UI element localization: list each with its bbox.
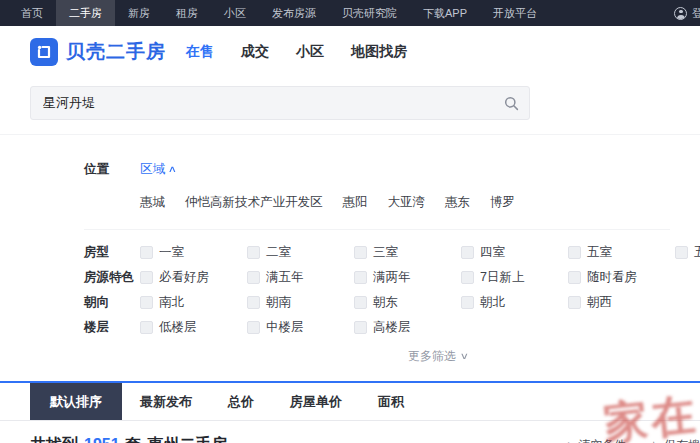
option-label: 二室 xyxy=(266,244,291,261)
topbar-menu: 首页 二手房 新房 租房 小区 发布房源 贝壳研究院 下载APP 开放平台 xyxy=(8,0,550,26)
checkbox-icon[interactable] xyxy=(354,246,367,259)
result-prefix: 共找到 xyxy=(30,435,78,443)
sort-tab-newest[interactable]: 最新发布 xyxy=(122,383,210,420)
checkbox-icon[interactable] xyxy=(568,296,581,309)
topbar: 首页 二手房 新房 租房 小区 发布房源 贝壳研究院 下载APP 开放平台 登录 xyxy=(0,0,700,26)
sort-tab-default[interactable]: 默认排序 xyxy=(30,383,122,420)
sort-tab-total-price[interactable]: 总价 xyxy=(210,383,272,420)
district-huidong[interactable]: 惠东 xyxy=(445,194,470,211)
region-toggle[interactable]: 区域 ∧ xyxy=(140,161,176,178)
checkbox-icon[interactable] xyxy=(461,296,474,309)
filter-option[interactable]: 低楼层 xyxy=(140,319,247,336)
district-huiyang[interactable]: 惠阳 xyxy=(343,194,368,211)
option-label: 朝东 xyxy=(373,294,398,311)
district-huicheng[interactable]: 惠城 xyxy=(140,194,165,211)
topbar-item-download-app[interactable]: 下载APP xyxy=(410,0,480,26)
nav-tab-map-search[interactable]: 地图找房 xyxy=(351,43,407,61)
nav-tab-deals[interactable]: 成交 xyxy=(241,43,269,61)
topbar-item-newhome[interactable]: 新房 xyxy=(115,0,163,26)
checkbox-icon[interactable] xyxy=(247,246,260,259)
sort-bar: 默认排序 最新发布 总价 房屋单价 面积 xyxy=(0,381,700,421)
option-label: 五室以上 xyxy=(694,244,700,261)
region-label: 区域 xyxy=(140,161,165,178)
filter-option[interactable]: 五室以上 xyxy=(675,244,700,261)
sort-tab-unit-price[interactable]: 房屋单价 xyxy=(272,383,360,420)
filter-option[interactable]: 朝南 xyxy=(247,294,354,311)
login-button[interactable]: 登录 xyxy=(674,0,700,26)
checkbox-icon[interactable] xyxy=(354,296,367,309)
filter-label-orientation: 朝向 xyxy=(84,294,140,311)
sort-tab-area[interactable]: 面积 xyxy=(360,383,422,420)
save-search-label: 保存搜索 xyxy=(664,437,700,443)
checkbox-icon[interactable] xyxy=(461,246,474,259)
filter-row-orientation: 朝向 南北 朝南 朝东 朝北 朝西 xyxy=(84,294,700,311)
option-label: 低楼层 xyxy=(159,319,197,336)
logo-text: 贝壳二手房 xyxy=(66,39,166,65)
filter-option[interactable]: 高楼层 xyxy=(354,319,461,336)
checkbox-icon[interactable] xyxy=(568,246,581,259)
user-icon xyxy=(674,7,687,20)
filter-option[interactable]: 满两年 xyxy=(354,269,461,286)
filter-option[interactable]: 四室 xyxy=(461,244,568,261)
header-nav: 在售 成交 小区 地图找房 xyxy=(186,43,407,61)
checkbox-icon[interactable] xyxy=(247,321,260,334)
topbar-item-ershoufang[interactable]: 二手房 xyxy=(56,0,115,26)
filter-option[interactable]: 朝东 xyxy=(354,294,461,311)
checkbox-icon[interactable] xyxy=(140,321,153,334)
district-list: 惠城 仲恺高新技术产业开发区 惠阳 大亚湾 惠东 博罗 xyxy=(140,194,700,211)
filter-option[interactable]: 满五年 xyxy=(247,269,354,286)
checkbox-icon[interactable] xyxy=(247,271,260,284)
district-zhongkai[interactable]: 仲恺高新技术产业开发区 xyxy=(185,194,323,211)
star-icon: ☆ xyxy=(648,440,659,443)
checkbox-icon[interactable] xyxy=(461,271,474,284)
checkbox-icon[interactable] xyxy=(354,271,367,284)
checkbox-icon[interactable] xyxy=(140,296,153,309)
filter-option[interactable]: 中楼层 xyxy=(247,319,354,336)
filter-option[interactable]: 7日新上 xyxy=(461,269,568,286)
filter-panel: 位置 区域 ∧ 惠城 仲恺高新技术产业开发区 惠阳 大亚湾 惠东 博罗 房型 一… xyxy=(0,134,700,381)
option-label: 满五年 xyxy=(266,269,304,286)
filter-option[interactable]: 必看好房 xyxy=(140,269,247,286)
topbar-item-publish[interactable]: 发布房源 xyxy=(259,0,329,26)
result-actions: ◇ 清空条件 ☆ 保存搜索 xyxy=(564,437,700,443)
filter-option[interactable]: 五室 xyxy=(568,244,675,261)
filter-option[interactable]: 一室 xyxy=(140,244,247,261)
topbar-item-community[interactable]: 小区 xyxy=(211,0,259,26)
save-search-button[interactable]: ☆ 保存搜索 xyxy=(648,437,700,443)
nav-tab-community[interactable]: 小区 xyxy=(296,43,324,61)
district-dayawan[interactable]: 大亚湾 xyxy=(388,194,426,211)
search-input[interactable] xyxy=(31,96,493,111)
topbar-item-home[interactable]: 首页 xyxy=(8,0,56,26)
filter-option[interactable]: 南北 xyxy=(140,294,247,311)
logo[interactable]: 贝壳二手房 xyxy=(30,38,166,66)
filter-option[interactable]: 朝西 xyxy=(568,294,675,311)
option-label: 朝西 xyxy=(587,294,612,311)
filter-option[interactable]: 随时看房 xyxy=(568,269,675,286)
checkbox-icon[interactable] xyxy=(140,271,153,284)
option-label: 五室 xyxy=(587,244,612,261)
filter-label-roomtype: 房型 xyxy=(84,244,140,261)
filter-option[interactable]: 朝北 xyxy=(461,294,568,311)
checkbox-icon[interactable] xyxy=(140,246,153,259)
district-boluo[interactable]: 博罗 xyxy=(490,194,515,211)
search-box[interactable] xyxy=(30,86,530,120)
login-label: 登录 xyxy=(692,6,700,21)
topbar-item-open-platform[interactable]: 开放平台 xyxy=(480,0,550,26)
topbar-item-research[interactable]: 贝壳研究院 xyxy=(329,0,410,26)
search-icon[interactable] xyxy=(493,96,529,111)
option-label: 南北 xyxy=(159,294,184,311)
checkbox-icon[interactable] xyxy=(247,296,260,309)
topbar-item-rent[interactable]: 租房 xyxy=(163,0,211,26)
result-count: 共找到 1951 套 惠州二手房 xyxy=(30,435,228,443)
clear-filters-button[interactable]: ◇ 清空条件 xyxy=(564,437,626,443)
checkbox-icon[interactable] xyxy=(675,246,688,259)
filter-option[interactable]: 二室 xyxy=(247,244,354,261)
filter-option[interactable]: 三室 xyxy=(354,244,461,261)
beike-logo-icon xyxy=(30,38,58,66)
more-filters-button[interactable]: 更多筛选 ∨ xyxy=(408,348,468,365)
filter-row-floor: 楼层 低楼层 中楼层 高楼层 xyxy=(84,319,700,336)
checkbox-icon[interactable] xyxy=(354,321,367,334)
nav-tab-onsale[interactable]: 在售 xyxy=(186,43,214,61)
checkbox-icon[interactable] xyxy=(568,271,581,284)
filter-row-features: 房源特色 必看好房 满五年 满两年 7日新上 随时看房 xyxy=(84,269,700,286)
